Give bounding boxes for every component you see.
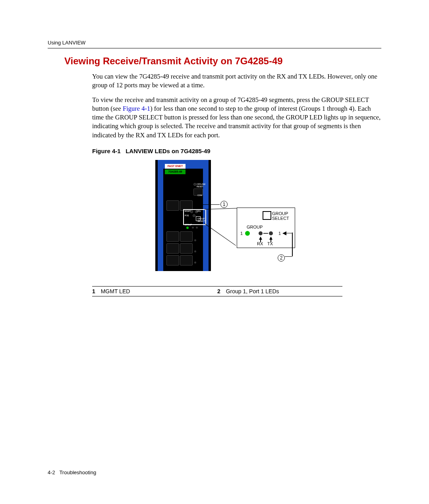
balloon-1: 1 [220,201,228,208]
footer-chapter: Troubleshooting [59,469,96,475]
figure-caption: Figure 4-1 LANVIEW LEDs on 7G4285-49 [92,148,381,154]
arrow-up-icon [269,237,272,240]
figure-crossref-link[interactable]: Figure 4-1 [123,105,150,112]
rj45-port [166,255,179,265]
tx-led [269,231,273,235]
rj45-port [180,243,193,254]
legend-text-1: MGMT LED [101,288,130,294]
fast-enet-label: FAST ENET [165,164,186,169]
model-label: 7G4285-49 [165,169,186,174]
group-led-green-zoom [245,231,250,236]
led-row [192,227,198,229]
poe-label: POE [185,214,189,217]
mgmt-led [190,210,193,213]
section-heading: Viewing Receive/Transmit Activity on 7G4… [64,56,381,67]
group-select-button-zoom [263,211,271,220]
figure-legend: 1 MGMT LED 2 Group 1, Port 1 LEDs [92,286,342,296]
port-number-right: 1 [278,231,281,236]
rj45-port [166,243,179,254]
callout-line [202,204,220,205]
offline-reset-led [193,183,196,186]
legend-item-2: 2 Group 1, Port 1 LEDs [217,288,342,294]
body-text: You can view the 7G4285-49 receive and t… [92,72,381,140]
legend-text-2: Group 1, Port 1 LEDs [226,288,279,294]
group-number-left: 1 [240,231,243,236]
arrow-up-icon [259,237,262,240]
paragraph-2: To view the receive and transmit activit… [92,96,381,140]
figure-diagram: FAST ENET 7G4285-49 OFFLINE/ RESET COM M… [155,160,318,279]
page-number: 4-2 [48,469,55,475]
group-select-label-small: GROUP SELECT [197,217,205,222]
running-header: Using LANVIEW [48,40,381,48]
group-label: GROUP [247,225,263,229]
paragraph-1: You can view the 7G4285-49 receive and t… [92,72,381,90]
tx-label: TX [267,241,273,246]
rx-led [259,231,263,235]
rj45-port [166,200,179,211]
legend-item-1: 1 MGMT LED [92,288,217,294]
callout-line [285,256,292,257]
cpu-label: CPU [197,210,201,212]
arrow-left-icon [282,231,286,235]
group-led-green [186,227,189,229]
poe-led [193,214,195,217]
rj45-port [180,231,193,242]
legend-num-1: 1 [92,288,95,294]
callout-line [292,233,293,256]
com-label: COM [197,194,202,196]
legend-num-2: 2 [217,288,220,294]
zoom-inset: GROUP SELECT GROUP 1 1 RX TX [237,208,295,248]
rj45-port [166,231,179,242]
led-connector [263,233,268,234]
rx-label: RX [257,241,263,246]
rj45-port [180,255,193,265]
group-label-small: GROUP [185,223,192,226]
group-select-label: GROUP SELECT [272,211,289,221]
page-footer: 4-2 Troubleshooting [48,469,96,475]
switch-module: FAST ENET 7G4285-49 OFFLINE/ RESET COM M… [155,160,211,271]
figure-caption-title: LANVIEW LEDs on 7G4285-49 [126,148,210,154]
balloon-2: 2 [278,254,285,262]
mgmt-label: MGMT [185,210,191,212]
figure-caption-number: Figure 4-1 [92,148,121,154]
offline-reset-label: OFFLINE/ RESET [197,183,206,188]
